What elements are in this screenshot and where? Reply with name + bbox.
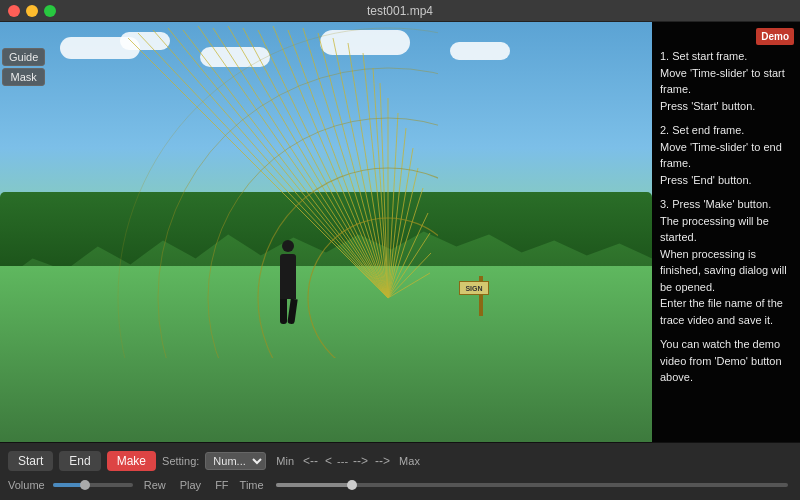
controls-row-2: Volume Rew Play FF Time — [8, 478, 792, 492]
max-button[interactable]: Max — [395, 454, 424, 468]
traffic-lights — [8, 5, 56, 17]
video-area: Guide Mask — [0, 22, 652, 442]
svg-point-29 — [308, 218, 438, 358]
arrow-controls: Min <-- < --- --> --> Max — [272, 453, 424, 469]
swing-arc-container — [98, 22, 438, 358]
maximize-button[interactable] — [44, 5, 56, 17]
arrow-separator: --- — [337, 455, 348, 467]
minimize-button[interactable] — [26, 5, 38, 17]
svg-line-6 — [213, 28, 388, 298]
guide-button[interactable]: Guide — [2, 48, 45, 66]
volume-slider[interactable] — [53, 483, 133, 487]
window-title: test001.mp4 — [367, 4, 433, 18]
svg-line-9 — [258, 30, 388, 298]
setting-label: Setting: — [162, 455, 199, 467]
main-content: Guide Mask — [0, 22, 800, 442]
swing-arc-svg — [98, 22, 438, 358]
arrow-right[interactable]: --> — [351, 453, 370, 469]
num-setting-select[interactable]: Num... — [205, 452, 266, 470]
guide-step-1: 1. Set start frame.Move 'Time-slider' to… — [660, 48, 792, 114]
time-slider[interactable] — [276, 483, 788, 487]
sign-post: SIGN — [472, 276, 489, 295]
person-legs — [280, 299, 296, 324]
ff-button[interactable]: FF — [212, 478, 231, 492]
rew-button[interactable]: Rew — [141, 478, 169, 492]
person-torso — [280, 254, 296, 299]
svg-line-1 — [138, 33, 388, 298]
svg-line-23 — [388, 168, 418, 298]
svg-line-26 — [388, 233, 430, 298]
overlay-buttons: Guide Mask — [2, 48, 45, 86]
controls-bar: Start End Make Setting: Num... Min <-- <… — [0, 442, 800, 500]
person — [280, 240, 296, 324]
start-button[interactable]: Start — [8, 451, 53, 471]
svg-line-3 — [168, 28, 388, 298]
guide-panel: Demo 1. Set start frame.Move 'Time-slide… — [652, 22, 800, 442]
person-head — [282, 240, 294, 252]
svg-point-32 — [158, 68, 438, 358]
guide-step-2: 2. Set end frame.Move 'Time-slider' to e… — [660, 122, 792, 188]
guide-step-4: You can watch the demo video from 'Demo'… — [660, 336, 792, 386]
play-button[interactable]: Play — [177, 478, 204, 492]
end-button[interactable]: End — [59, 451, 100, 471]
arrow-left[interactable]: < — [323, 453, 334, 469]
volume-label: Volume — [8, 479, 45, 491]
arrow-left-left[interactable]: <-- — [301, 453, 320, 469]
min-button[interactable]: Min — [272, 454, 298, 468]
cloud-5 — [450, 42, 510, 60]
guide-content: 1. Set start frame.Move 'Time-slider' to… — [660, 48, 792, 386]
svg-line-21 — [388, 128, 406, 298]
svg-point-33 — [118, 28, 438, 358]
guide-step-3: 3. Press 'Make' button.The processing wi… — [660, 196, 792, 328]
make-button[interactable]: Make — [107, 451, 156, 471]
demo-badge[interactable]: Demo — [756, 28, 794, 45]
title-bar: test001.mp4 — [0, 0, 800, 22]
arrow-right-right[interactable]: --> — [373, 453, 392, 469]
mask-button[interactable]: Mask — [2, 68, 45, 86]
time-label: Time — [240, 479, 264, 491]
close-button[interactable] — [8, 5, 20, 17]
controls-row-1: Start End Make Setting: Num... Min <-- <… — [8, 451, 792, 471]
video-canvas: SIGN — [0, 22, 652, 442]
